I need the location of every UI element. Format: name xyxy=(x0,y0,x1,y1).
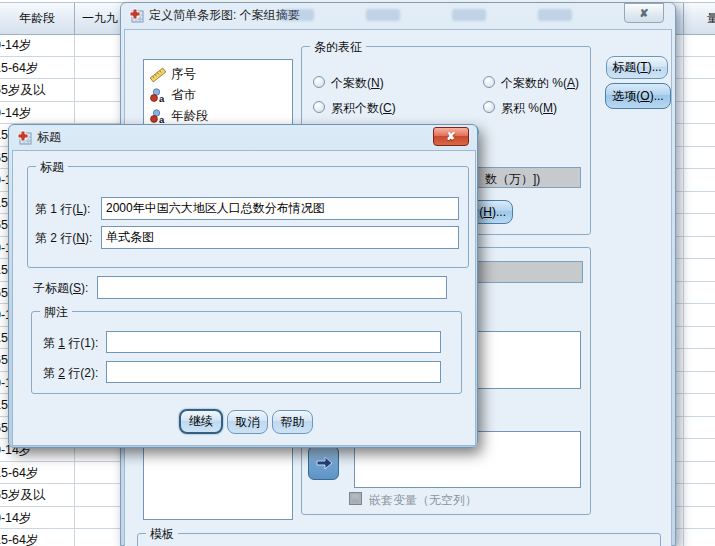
ghost-header xyxy=(452,9,486,21)
nest-variables-checkbox[interactable] xyxy=(349,492,362,505)
template-group: 模板 xyxy=(137,533,661,546)
titles-dialog: 标题 ✘ 标题 第 1 行(L): 第 2 行(N): 子标题(S): 脚注 第… xyxy=(8,124,478,448)
close-icon[interactable]: ✘ xyxy=(433,127,469,146)
radio-pct-of-cases[interactable] xyxy=(483,76,495,88)
ghost-header xyxy=(538,9,572,21)
ghost-header xyxy=(366,9,400,21)
move-columns-button[interactable] xyxy=(308,446,339,480)
right-arrow-icon xyxy=(315,455,333,471)
titles-dialog-title: 标题 xyxy=(37,129,61,146)
title-line2-input[interactable] xyxy=(101,226,459,249)
cancel-button[interactable]: 取消 xyxy=(227,410,268,434)
nest-variables-label: 嵌套变量（无空列） xyxy=(369,492,477,509)
subtitle-input[interactable] xyxy=(97,276,447,299)
cell-age-group: 0-14岁 xyxy=(0,105,32,122)
cell-age-group: 0-14岁 xyxy=(0,510,32,527)
options-button[interactable]: 选项(O)... xyxy=(605,83,671,109)
radio-cum-pct[interactable] xyxy=(483,101,495,113)
title-line1-label: 第 1 行(L): xyxy=(35,201,90,218)
spss-app-icon xyxy=(16,129,32,145)
title-line1-input[interactable] xyxy=(101,197,459,220)
bars-represent-label: 条的表征 xyxy=(310,39,366,56)
variable-item-province[interactable]: a 省市 xyxy=(144,84,292,105)
cell-age-group: 65岁及以 xyxy=(0,82,45,99)
titles-button[interactable]: 标题(T)... xyxy=(606,56,668,79)
nominal-measure-icon: a xyxy=(150,109,166,124)
titles-dialog-titlebar[interactable]: 标题 xyxy=(8,124,478,150)
cell-age-group: 15-64岁 xyxy=(0,532,38,546)
continue-button[interactable]: 继续 xyxy=(179,409,223,434)
title-group-label: 标题 xyxy=(36,159,68,176)
footnote-line1-input[interactable] xyxy=(106,331,441,353)
cell-age-group: 65岁及以 xyxy=(0,487,45,504)
footnote-group-label: 脚注 xyxy=(40,304,72,321)
cell-age-group: 0-14岁 xyxy=(0,37,32,54)
radio-cum-pct-label[interactable]: 累积 %(M) xyxy=(501,100,557,117)
subtitle-label: 子标题(S): xyxy=(33,280,88,297)
svg-text:a: a xyxy=(159,114,165,124)
grid-column-divider-right xyxy=(683,34,684,546)
close-icon[interactable]: ✘ xyxy=(624,3,664,23)
variable-item-seq[interactable]: 序号 xyxy=(144,63,292,84)
ghost-header xyxy=(280,9,314,21)
radio-n-of-cases-label[interactable]: 个案数(N) xyxy=(331,75,384,92)
statistic-variable-value: 数（万）]) xyxy=(485,170,540,188)
screen: 0-14岁15-64岁65岁及以0-14岁15-64岁65岁及以0-14岁15-… xyxy=(0,0,715,546)
radio-pct-of-cases-label[interactable]: 个案数的 %(A) xyxy=(501,75,579,92)
variable-item-agegroup[interactable]: a 年龄段 xyxy=(144,105,292,126)
column-header-right[interactable]: 量 xyxy=(683,3,715,34)
svg-text:a: a xyxy=(159,93,165,103)
nominal-measure-icon: a xyxy=(150,88,166,103)
column-header-age-group[interactable]: 年龄段 xyxy=(0,3,75,34)
radio-n-of-cases[interactable] xyxy=(313,76,325,88)
scale-measure-icon xyxy=(150,67,166,82)
dialog-title: 定义简单条形图: 个案组摘要 xyxy=(149,7,300,24)
spss-app-icon xyxy=(128,7,144,23)
define-dialog-titlebar[interactable]: 定义简单条形图: 个案组摘要 xyxy=(120,2,676,28)
radio-cum-n-label[interactable]: 累积个数(C) xyxy=(331,100,396,117)
template-group-label: 模板 xyxy=(146,526,178,543)
radio-cum-n[interactable] xyxy=(313,101,325,113)
footnote-line2-input[interactable] xyxy=(106,361,441,383)
footnote-line1-label: 第 1 行(1): xyxy=(43,335,98,352)
title-line2-label: 第 2 行(N): xyxy=(35,230,92,247)
cell-age-group: 15-64岁 xyxy=(0,60,38,77)
cell-age-group: 15-64岁 xyxy=(0,465,38,482)
help-button[interactable]: 帮助 xyxy=(272,410,313,434)
titles-dialog-client: 标题 第 1 行(L): 第 2 行(N): 子标题(S): 脚注 第 1 行(… xyxy=(12,150,476,446)
footnote-line2-label: 第 2 行(2): xyxy=(43,365,98,382)
